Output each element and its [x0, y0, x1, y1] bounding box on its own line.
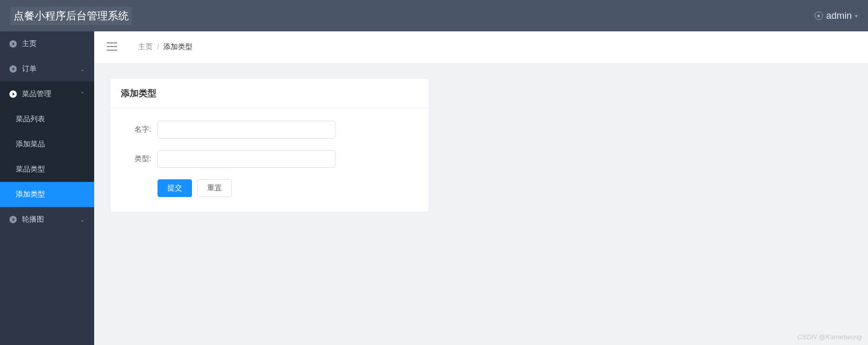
- topbar: 主页 / 添加类型: [94, 31, 868, 63]
- sidebar-label: 轮播图: [22, 215, 44, 224]
- sidebar-item-dish-mgmt[interactable]: 菜品管理 ⌃: [0, 82, 94, 107]
- breadcrumb-separator: /: [157, 43, 159, 51]
- sidebar-label: 菜品管理: [22, 89, 51, 99]
- name-input[interactable]: [157, 121, 335, 139]
- sidebar: 主页 订单 ⌄ 菜品管理 ⌃ 菜品列表 添加菜品 菜品类型 添加类型 轮播图 ⌄: [0, 31, 94, 345]
- sidebar-item-dish-list[interactable]: 菜品列表: [0, 107, 94, 132]
- app-title: 点餐小程序后台管理系统: [10, 7, 132, 25]
- type-label: 类型:: [126, 154, 157, 164]
- main-content: 主页 / 添加类型 添加类型 名字: 类型: 提交: [94, 31, 868, 345]
- chevron-down-icon: ⌄: [80, 216, 85, 223]
- sidebar-label: 主页: [22, 39, 37, 49]
- chevron-up-icon: ⌃: [80, 91, 85, 98]
- sidebar-label: 添加类型: [16, 190, 45, 199]
- sidebar-item-orders[interactable]: 订单 ⌄: [0, 56, 94, 82]
- user-icon: [815, 12, 823, 20]
- sidebar-item-add-dish[interactable]: 添加菜品: [0, 132, 94, 157]
- username: admin: [826, 10, 852, 21]
- watermark: CSDN @Karnetwong: [797, 333, 862, 341]
- hamburger-icon[interactable]: [107, 42, 117, 52]
- chevron-down-icon: ⌄: [80, 66, 85, 73]
- sidebar-label: 添加菜品: [16, 140, 45, 149]
- sidebar-item-dish-type[interactable]: 菜品类型: [0, 157, 94, 182]
- submit-button[interactable]: 提交: [157, 179, 192, 197]
- sidebar-label: 菜品列表: [16, 114, 45, 124]
- breadcrumb-current: 添加类型: [163, 42, 193, 52]
- type-input[interactable]: [157, 150, 335, 168]
- form-card: 添加类型 名字: 类型: 提交 重置: [110, 78, 429, 212]
- sidebar-item-add-type[interactable]: 添加类型: [0, 182, 94, 207]
- app-header: 点餐小程序后台管理系统 admin ▾: [0, 0, 868, 31]
- name-label: 名字:: [126, 125, 157, 134]
- user-menu[interactable]: admin ▾: [815, 10, 858, 21]
- reset-button[interactable]: 重置: [197, 179, 232, 197]
- nav-icon: [9, 65, 17, 73]
- sidebar-label: 订单: [22, 64, 37, 74]
- sidebar-item-home[interactable]: 主页: [0, 31, 94, 56]
- nav-icon: [9, 90, 17, 98]
- breadcrumb-home[interactable]: 主页: [138, 42, 153, 52]
- chevron-down-icon: ▾: [855, 13, 858, 19]
- sidebar-label: 菜品类型: [16, 165, 45, 174]
- card-title: 添加类型: [110, 79, 429, 108]
- nav-icon: [9, 216, 17, 223]
- nav-icon: [9, 40, 17, 48]
- breadcrumb: 主页 / 添加类型: [138, 42, 193, 52]
- sidebar-item-carousel[interactable]: 轮播图 ⌄: [0, 207, 94, 232]
